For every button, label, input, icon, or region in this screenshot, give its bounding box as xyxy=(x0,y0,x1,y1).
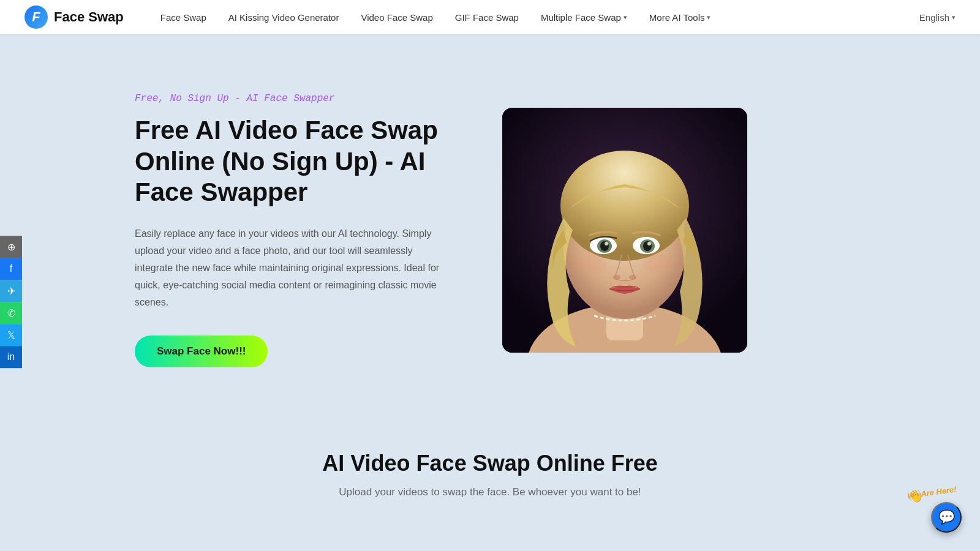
facebook-button[interactable]: f xyxy=(0,258,22,280)
telegram-button[interactable]: ✈ xyxy=(0,280,22,302)
bottom-section: AI Video Face Swap Online Free Upload yo… xyxy=(0,426,980,523)
chat-open-button[interactable]: 💬 xyxy=(931,502,962,533)
hero-section: Free, No Sign Up - AI Face Swapper Free … xyxy=(0,34,980,426)
brand-logo[interactable]: F Face Swap xyxy=(24,6,124,29)
svg-point-11 xyxy=(605,242,608,246)
svg-point-14 xyxy=(629,275,636,280)
chevron-down-icon: ▾ xyxy=(952,13,956,21)
language-selector[interactable]: English ▾ xyxy=(919,12,956,23)
nav-gif-face-swap[interactable]: GIF Face Swap xyxy=(455,12,519,23)
brand-name: Face Swap xyxy=(54,9,124,25)
svg-point-4 xyxy=(560,151,689,261)
nav-multiple-face-swap[interactable]: Multiple Face Swap ▾ xyxy=(541,12,627,23)
nav-more-ai-tools[interactable]: More AI Tools ▾ xyxy=(649,12,711,23)
svg-point-13 xyxy=(613,275,620,280)
chevron-down-icon: ▾ xyxy=(624,13,627,21)
bottom-subtitle: Upload your videos to swap the face. Be … xyxy=(123,486,858,498)
whatsapp-button[interactable]: ✆ xyxy=(0,302,22,324)
twitter-button[interactable]: 𝕏 xyxy=(0,324,22,346)
hero-title: Free AI Video Face Swap Online (No Sign … xyxy=(135,115,453,208)
svg-point-12 xyxy=(647,242,651,246)
svg-point-15 xyxy=(576,255,606,273)
hero-portrait-image xyxy=(502,108,747,353)
hero-description: Easily replace any face in your videos w… xyxy=(135,225,453,311)
navbar: F Face Swap Face Swap AI Kissing Video G… xyxy=(0,0,980,34)
wave-emoji: 👋 xyxy=(908,489,923,503)
svg-point-16 xyxy=(643,255,674,273)
chevron-down-icon: ▾ xyxy=(707,13,710,21)
nav-links: Face Swap AI Kissing Video Generator Vid… xyxy=(160,12,919,23)
nav-video-face-swap[interactable]: Video Face Swap xyxy=(361,12,432,23)
hero-content: Free, No Sign Up - AI Face Swapper Free … xyxy=(135,93,453,367)
bottom-title: AI Video Face Swap Online Free xyxy=(123,451,858,476)
chat-widget: We Are Here! 👋 💬 xyxy=(907,488,962,533)
logo-icon: F xyxy=(24,6,48,29)
hero-image xyxy=(502,108,747,353)
hero-tagline: Free, No Sign Up - AI Face Swapper xyxy=(135,93,453,104)
share-button[interactable]: ⊕ xyxy=(0,236,22,258)
nav-ai-kissing[interactable]: AI Kissing Video Generator xyxy=(228,12,339,23)
nav-face-swap[interactable]: Face Swap xyxy=(160,12,206,23)
chat-icon: 💬 xyxy=(938,509,955,525)
social-sidebar: ⊕ f ✈ ✆ 𝕏 in xyxy=(0,236,22,368)
swap-face-button[interactable]: Swap Face Now!!! xyxy=(135,335,268,367)
linkedin-button[interactable]: in xyxy=(0,346,22,368)
